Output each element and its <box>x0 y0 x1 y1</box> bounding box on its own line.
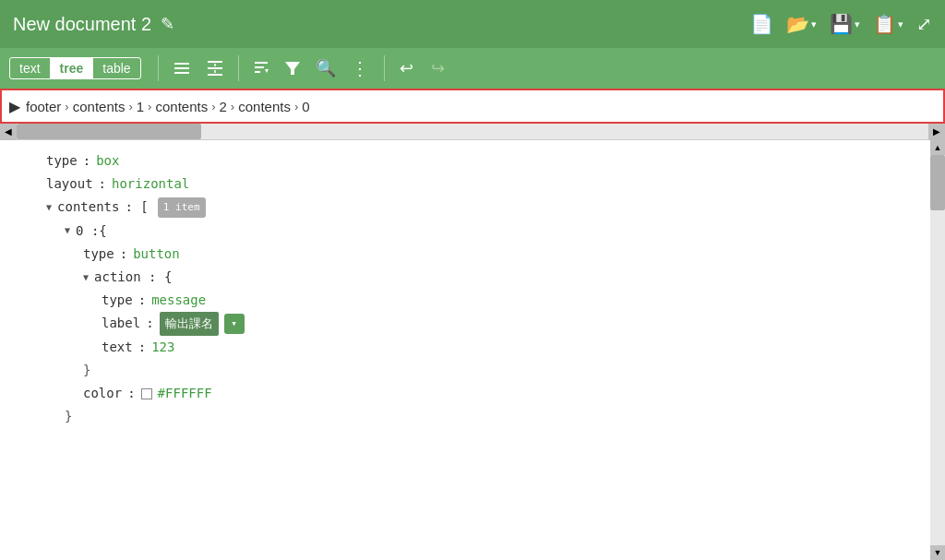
title-bar-right: 📄 📂▾ 💾▾ 📋▾ ⤢ <box>750 13 932 35</box>
breadcrumb-bar: ▶ footer › contents › 1 › contents › 2 ›… <box>0 89 945 124</box>
title-bar: New document 2 ✎ 📄 📂▾ 💾▾ 📋▾ ⤢ <box>0 0 945 48</box>
horizontal-scrollbar[interactable]: ◀ ▶ <box>0 124 945 140</box>
redo-button[interactable]: ↪ <box>425 55 451 81</box>
tree-line-action: ▼ action : { <box>28 266 930 289</box>
tab-table[interactable]: table <box>93 58 139 78</box>
vertical-scrollbar[interactable]: ▲ ▼ <box>930 140 945 560</box>
val-text-123[interactable]: 123 <box>151 336 174 359</box>
key-action: action : { <box>94 266 172 289</box>
val-horizontal[interactable]: horizontal <box>112 173 189 196</box>
document-title: New document 2 <box>13 14 151 35</box>
bracket-close-0: } <box>65 405 72 428</box>
collapse-contents-icon[interactable]: ▼ <box>46 199 52 216</box>
breadcrumb-sep-1: › <box>65 100 68 113</box>
main-area: type : box layout : horizontal ▼ content… <box>0 140 945 560</box>
key-color: color <box>83 382 122 405</box>
title-bar-left: New document 2 ✎ <box>13 14 174 35</box>
val-color-hex[interactable]: #FFFFFF <box>158 382 212 405</box>
breadcrumb-contents-3[interactable]: contents <box>238 99 291 114</box>
tree-line-text: text : 123 <box>28 336 930 359</box>
val-button[interactable]: button <box>133 243 180 266</box>
color-swatch[interactable] <box>141 388 152 399</box>
vscroll-thumb[interactable] <box>930 155 945 210</box>
breadcrumb-0[interactable]: 0 <box>302 99 309 114</box>
svg-marker-11 <box>265 69 269 73</box>
hscroll-left-button[interactable]: ◀ <box>0 124 17 140</box>
label-dropdown-icon[interactable]: ▾ <box>224 314 245 334</box>
tree-line-label: label : 輸出課名 ▾ <box>28 312 930 335</box>
val-label-text[interactable]: 輸出課名 <box>160 312 219 335</box>
more-button[interactable]: ⋮ <box>346 54 375 82</box>
tree-line-type-message: type : message <box>28 289 930 312</box>
svg-marker-12 <box>285 62 300 75</box>
tree-line-type-button: type : button <box>28 243 930 266</box>
search-button[interactable]: 🔍 <box>311 55 341 81</box>
tree-line-close-action: } <box>28 359 930 382</box>
breadcrumb-sep-4: › <box>211 100 215 113</box>
tree-line-layout: layout : horizontal <box>28 173 930 196</box>
key-type-1: type <box>46 149 78 173</box>
breadcrumb-2[interactable]: 2 <box>220 99 227 114</box>
sort-button[interactable] <box>248 56 274 80</box>
toolbar: text tree table 🔍 ⋮ ↩ ↪ <box>0 48 945 89</box>
tree-line-type-box: type : box <box>28 149 930 173</box>
key-layout: layout <box>46 173 93 196</box>
copy-button[interactable]: 📋▾ <box>873 13 903 35</box>
breadcrumb-contents-2[interactable]: contents <box>155 99 208 114</box>
badge-1-item: 1 item <box>158 197 206 218</box>
tree-content: type : box layout : horizontal ▼ content… <box>0 140 930 560</box>
breadcrumb-sep-3: › <box>148 100 151 113</box>
key-label: label <box>102 312 140 335</box>
undo-button[interactable]: ↩ <box>394 55 420 81</box>
vscroll-up-button[interactable]: ▲ <box>930 140 945 155</box>
filter-button[interactable] <box>280 57 305 79</box>
collapse-0-icon[interactable]: ▼ <box>65 222 70 239</box>
view-tab-group: text tree table <box>9 57 141 79</box>
new-file-button[interactable]: 📄 <box>750 13 773 35</box>
breadcrumb-sep-2: › <box>128 100 132 113</box>
divider-1 <box>158 55 159 81</box>
divider-2 <box>238 55 239 81</box>
breadcrumb-contents-1[interactable]: contents <box>73 99 126 114</box>
tab-tree[interactable]: tree <box>51 58 94 78</box>
hscroll-thumb[interactable] <box>17 124 201 139</box>
hscroll-right-button[interactable]: ▶ <box>928 124 945 140</box>
breadcrumb-back-icon[interactable]: ▶ <box>9 98 20 115</box>
key-contents-1: contents <box>57 196 119 219</box>
tab-text[interactable]: text <box>10 58 51 78</box>
tree-line-close-0: } <box>28 405 930 428</box>
collapse-action-icon[interactable]: ▼ <box>83 269 89 286</box>
breadcrumb-items: footer › contents › 1 › contents › 2 › c… <box>26 99 310 114</box>
key-0: 0 :{ <box>76 220 107 243</box>
vscroll-down-button[interactable]: ▼ <box>930 545 945 560</box>
key-type-2: type <box>83 243 114 266</box>
expand-button[interactable]: ⤢ <box>916 13 932 35</box>
val-box[interactable]: box <box>96 149 119 173</box>
vscroll-track[interactable] <box>930 155 945 545</box>
breadcrumb-sep-6: › <box>294 100 298 113</box>
save-button[interactable]: 💾▾ <box>830 13 860 35</box>
breadcrumb-footer[interactable]: footer <box>26 99 61 114</box>
tree-line-contents-1: ▼ contents : [ 1 item <box>28 196 930 219</box>
open-folder-button[interactable]: 📂▾ <box>786 13 817 35</box>
key-type-3: type <box>102 289 133 312</box>
val-message[interactable]: message <box>151 289 206 312</box>
collapse-all-button[interactable] <box>168 56 196 80</box>
divider-3 <box>384 55 385 81</box>
bracket-close-action: } <box>83 359 90 382</box>
key-text: text <box>102 336 133 359</box>
expand-all-button[interactable] <box>201 56 229 80</box>
tree-line-0: ▼ 0 :{ <box>28 220 930 243</box>
breadcrumb-1[interactable]: 1 <box>137 99 144 114</box>
breadcrumb-sep-5: › <box>231 100 234 113</box>
edit-title-icon[interactable]: ✎ <box>161 14 174 34</box>
hscroll-track[interactable] <box>17 124 928 139</box>
tree-line-color: color : #FFFFFF <box>28 382 930 405</box>
